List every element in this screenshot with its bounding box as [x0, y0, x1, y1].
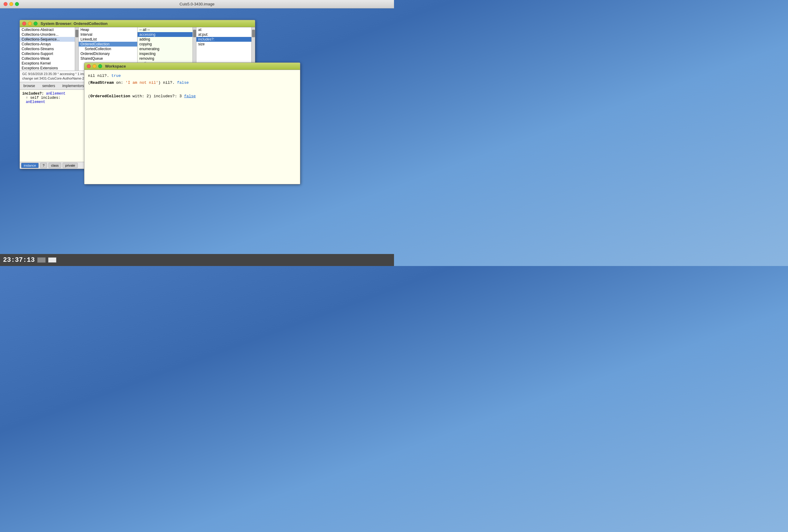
- list-item[interactable]: LinkedList: [79, 37, 137, 42]
- list-item[interactable]: Exceptions Kernel: [20, 61, 75, 66]
- senders-button[interactable]: senders: [39, 83, 59, 89]
- method-arg: anElement: [46, 92, 65, 96]
- method-signature: includes?: anElement: [22, 92, 82, 96]
- question-button[interactable]: ?: [40, 163, 47, 168]
- categories-scrollbar[interactable]: [75, 27, 78, 71]
- list-item[interactable]: Collections-Unordere...: [20, 32, 75, 37]
- clock: 23:37:13: [3, 256, 35, 264]
- list-item[interactable]: adding: [138, 37, 193, 42]
- list-item[interactable]: Collections-Support: [20, 51, 75, 56]
- list-item[interactable]: at:: [196, 27, 251, 32]
- ws-ordcoll: OrderedCollection: [91, 94, 130, 98]
- list-item[interactable]: copying: [138, 42, 193, 46]
- workspace-content[interactable]: nil nil?. true (ReadStream on: 'I am not…: [84, 70, 300, 184]
- ws-text: nil nil?.: [88, 74, 112, 78]
- browser-min-button[interactable]: [28, 22, 32, 25]
- ws-true: true: [112, 74, 121, 78]
- scrollbar-thumb: [75, 30, 78, 37]
- ws-false2: false: [184, 94, 196, 98]
- return-arrow: ↑ self includes:: [26, 96, 60, 100]
- list-item[interactable]: OrderedCollection: [79, 42, 137, 46]
- list-item[interactable]: Collections-Abstract: [20, 27, 75, 32]
- close-button[interactable]: [4, 2, 7, 6]
- list-item[interactable]: size: [196, 42, 251, 46]
- taskbar-icon-2[interactable]: [48, 257, 57, 263]
- list-item[interactable]: Collections-Sequence...: [20, 37, 75, 42]
- class-categories-panel: Collections-Abstract Collections-Unorder…: [20, 27, 79, 71]
- list-item[interactable]: OrderedDictionary: [79, 51, 137, 56]
- scrollbar-thumb: [252, 30, 255, 37]
- method-body: ↑ self includes: anElement: [22, 96, 82, 104]
- class-button[interactable]: class: [48, 163, 61, 168]
- workspace-window: Workspace nil nil?. true (ReadStream on:…: [84, 62, 300, 184]
- list-item[interactable]: enumerating: [138, 46, 193, 51]
- taskbar-icon-1[interactable]: [37, 257, 46, 263]
- workspace-min-button[interactable]: [93, 64, 96, 68]
- scrollbar-thumb: [193, 30, 196, 37]
- list-item[interactable]: Interval: [79, 32, 137, 37]
- list-item[interactable]: -- all --: [138, 27, 193, 32]
- list-item[interactable]: accessing: [138, 32, 193, 37]
- workspace-titlebar: Workspace: [84, 63, 300, 70]
- workspace-close-button[interactable]: [87, 64, 91, 68]
- ws-string: 'I am not nil': [125, 80, 158, 85]
- window-title: Cuis5.0-3430.image: [180, 2, 214, 6]
- minimize-button[interactable]: [9, 2, 13, 6]
- list-item[interactable]: Collections-Streams: [20, 46, 75, 51]
- method-arg2: anElement: [26, 100, 45, 104]
- maximize-button[interactable]: [15, 2, 19, 6]
- browser-close-button[interactable]: [22, 22, 26, 25]
- list-item[interactable]: SortedCollection: [79, 46, 137, 51]
- private-button[interactable]: private: [62, 163, 78, 168]
- workspace-blank: [88, 87, 296, 93]
- method-name: includes?:: [22, 92, 44, 96]
- desktop: System Browser: OrderedCollection Collec…: [0, 8, 394, 266]
- list-item[interactable]: inspecting: [138, 51, 193, 56]
- instance-button[interactable]: instance: [21, 163, 39, 168]
- list-item[interactable]: SharedQueue: [79, 56, 137, 61]
- ws-on: on:: [114, 80, 125, 85]
- window-controls: [4, 2, 19, 6]
- list-item[interactable]: Exceptions Extensions: [20, 66, 75, 71]
- list-item[interactable]: at:put:: [196, 32, 251, 37]
- browser-titlebar: System Browser: OrderedCollection: [20, 20, 255, 27]
- code-pane[interactable]: includes?: anElement ↑ self includes: an…: [20, 90, 84, 162]
- workspace-max-button[interactable]: [98, 64, 102, 68]
- ws-paren2: (: [88, 94, 91, 98]
- taskbar: 23:37:13: [0, 254, 394, 266]
- ws-false: false: [177, 80, 189, 85]
- browse-button[interactable]: browse: [20, 83, 39, 89]
- ws-with: with: 2) includes?: 3: [130, 94, 184, 98]
- list-item[interactable]: Collections-Arrays: [20, 42, 75, 46]
- list-item[interactable]: includes?:: [196, 37, 251, 42]
- browser-title: System Browser: OrderedCollection: [41, 21, 107, 26]
- list-item[interactable]: Heap: [79, 27, 137, 32]
- browser-max-button[interactable]: [34, 22, 38, 25]
- workspace-line3: (OrderedCollection with: 2) includes?: 3…: [88, 93, 296, 100]
- ws-nil: ) nil?.: [158, 80, 177, 85]
- workspace-line2: (ReadStream on: 'I am not nil') nil?. fa…: [88, 80, 296, 86]
- ws-paren: (: [88, 80, 91, 85]
- class-categories-list[interactable]: Collections-Abstract Collections-Unorder…: [20, 27, 75, 71]
- list-item[interactable]: removing: [138, 56, 193, 61]
- implementors-button[interactable]: implementors: [59, 83, 87, 89]
- list-item[interactable]: Collections-Weak: [20, 56, 75, 61]
- ws-readstream: ReadStream: [91, 80, 114, 85]
- title-bar: Cuis5.0-3430.image: [0, 0, 394, 8]
- workspace-line: nil nil?. true: [88, 73, 296, 79]
- workspace-title: Workspace: [105, 64, 126, 68]
